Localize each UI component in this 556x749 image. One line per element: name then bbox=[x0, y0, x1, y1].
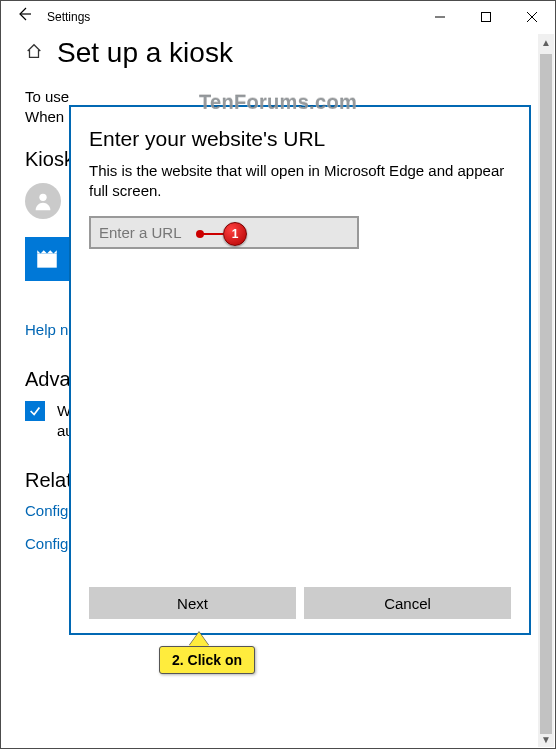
page-title: Set up a kiosk bbox=[57, 37, 233, 69]
clapperboard-icon bbox=[34, 246, 60, 272]
scroll-thumb[interactable] bbox=[540, 54, 552, 734]
close-button[interactable] bbox=[509, 1, 555, 33]
kiosk-url-dialog: Enter your website's URL This is the web… bbox=[69, 105, 531, 635]
annotation-step-2: 2. Click on bbox=[159, 632, 255, 674]
titlebar: Settings bbox=[1, 1, 555, 33]
maximize-button[interactable] bbox=[463, 1, 509, 33]
back-button[interactable] bbox=[1, 1, 47, 33]
kiosk-app-tile[interactable] bbox=[25, 237, 69, 281]
svg-point-4 bbox=[39, 193, 46, 200]
svg-rect-1 bbox=[482, 13, 491, 22]
minimize-button[interactable] bbox=[417, 1, 463, 33]
settings-window: Settings ▲ ▼ Set up a kiosk To use When … bbox=[0, 0, 556, 749]
dialog-description: This is the website that will open in Mi… bbox=[89, 161, 511, 202]
avatar-icon bbox=[25, 183, 61, 219]
scroll-down-arrow-icon[interactable]: ▼ bbox=[538, 731, 554, 747]
home-icon[interactable] bbox=[25, 42, 43, 65]
dialog-button-row: Next Cancel bbox=[89, 587, 511, 619]
next-button[interactable]: Next bbox=[89, 587, 296, 619]
dialog-title: Enter your website's URL bbox=[89, 127, 511, 151]
callout-label-2: 2. Click on bbox=[159, 646, 255, 674]
window-title: Settings bbox=[47, 10, 90, 24]
window-controls bbox=[417, 1, 555, 33]
cancel-button[interactable]: Cancel bbox=[304, 587, 511, 619]
vertical-scrollbar[interactable]: ▲ ▼ bbox=[538, 34, 554, 747]
scroll-up-arrow-icon[interactable]: ▲ bbox=[538, 34, 554, 50]
checkbox-checked-icon[interactable] bbox=[25, 401, 45, 421]
url-input[interactable] bbox=[89, 216, 359, 249]
